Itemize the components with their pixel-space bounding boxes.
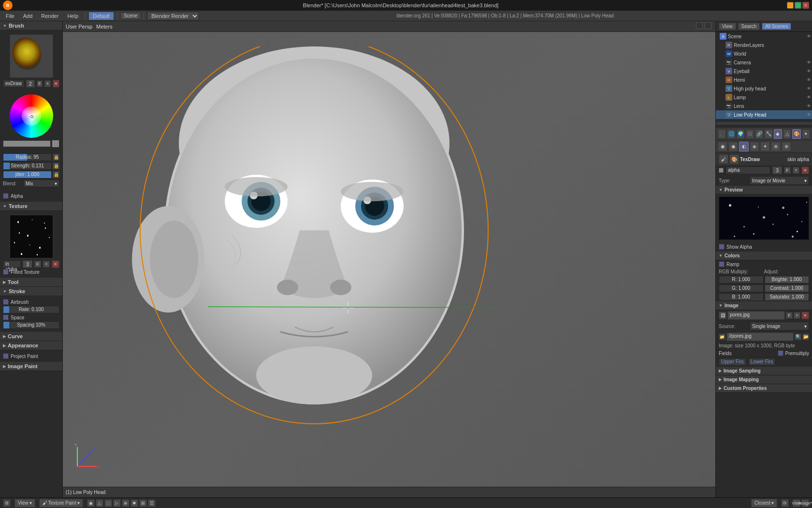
image-f-btn[interactable]: F [786, 312, 793, 319]
image-sampling-header[interactable]: Image Sampling [716, 367, 812, 375]
menu-file[interactable]: File [2, 12, 18, 20]
viewport-corner-btn-right[interactable] [705, 22, 711, 29]
mode-btn-2[interactable]: △ [96, 499, 103, 507]
strength-slider[interactable]: Strength: 0.131 [3, 162, 52, 170]
menu-add[interactable]: Add [19, 12, 37, 20]
workspace-tab[interactable]: Default [88, 12, 114, 20]
source-dropdown[interactable]: Single Image ▾ [750, 322, 809, 330]
view-dropdown[interactable]: View ▾ [14, 499, 35, 508]
image-paint-section-header[interactable]: Image Paint [0, 362, 62, 371]
blend-dropdown[interactable]: Mix ▾ [23, 179, 59, 187]
texdraw-icon2[interactable]: 🎨 [729, 154, 739, 164]
texture-name-field[interactable]: in alpha [3, 260, 21, 268]
space-checkbox[interactable] [3, 314, 9, 320]
sync-btn[interactable]: ⟳ [781, 499, 789, 507]
eye-icon-scene[interactable]: 👁 [807, 34, 811, 39]
colors-section-header[interactable]: Colors [716, 252, 812, 260]
outliner-scrollbar[interactable] [716, 122, 812, 125]
lower-field-tag[interactable]: Lower Firs [748, 358, 776, 366]
alpha-plus-btn[interactable]: + [793, 167, 799, 174]
rate-slider[interactable]: Rate: 0.100 [3, 306, 59, 314]
image-section-header[interactable]: Image [716, 301, 812, 310]
outliner-item-scene[interactable]: S Scene 👁 [716, 32, 812, 41]
mode-btn-7[interactable]: ⊞ [139, 499, 147, 507]
prop-particles-icon[interactable]: ✦ [802, 129, 810, 139]
project-paint-checkbox[interactable] [3, 353, 9, 359]
ramp-checkbox[interactable] [719, 261, 725, 267]
shading-dropdown[interactable]: Closest ▾ [751, 499, 777, 508]
curve-section-header[interactable]: Curve [0, 332, 62, 341]
contrast-field[interactable]: Contrast: 1.000 [765, 284, 810, 292]
preview-section-header[interactable]: Preview [716, 186, 812, 194]
texture-f-btn[interactable]: F [34, 261, 41, 268]
outliner-item-world[interactable]: W World [716, 49, 812, 58]
g-field[interactable]: G: 1.000 [719, 284, 764, 292]
mode-btn-6[interactable]: ✱ [130, 499, 138, 507]
status-settings-btn[interactable]: ⚙ [3, 499, 11, 507]
brush-section-header[interactable]: Brush [0, 21, 62, 30]
mode-dropdown[interactable]: 🖌 Texture Paint ▾ [39, 499, 83, 508]
sub-icon-1[interactable]: ◉ [718, 142, 727, 151]
show-alpha-checkbox[interactable] [719, 244, 725, 250]
outliner-item-hemi[interactable]: H Hemi 👁 [716, 75, 812, 84]
texture-section-header[interactable]: Texture [0, 202, 62, 211]
prop-modifier-icon[interactable]: 🔧 [764, 129, 772, 139]
color-swatch[interactable] [52, 140, 59, 148]
value-slider[interactable] [3, 140, 51, 147]
prop-render-icon[interactable]: 🎥 [718, 129, 726, 139]
file-path-field[interactable]: //pores.jpg [726, 332, 794, 341]
sub-icon-5[interactable]: ✦ [760, 142, 770, 151]
texture-number[interactable]: 3 [23, 260, 32, 268]
eye-icon-highpoly[interactable]: 👁 [807, 86, 811, 91]
strength-lock-btn[interactable]: 🔒 [53, 163, 59, 169]
menu-render[interactable]: Render [37, 12, 62, 20]
render-engine-select[interactable]: Blender Render [147, 12, 199, 20]
mode-btn-3[interactable]: □ [104, 499, 112, 507]
eye-icon-lamp[interactable]: 👁 [807, 95, 811, 100]
image-star-btn[interactable]: Image* [801, 499, 809, 507]
mode-btn-8[interactable]: ☰ [148, 499, 156, 507]
outliner-item-lowpoly[interactable]: ▽ Low Poly Head 👁 [716, 110, 812, 119]
spacing-slider[interactable]: Spacing 10% [3, 321, 59, 329]
radius-slider[interactable]: Radius: 95 [3, 153, 52, 161]
alpha-x-btn[interactable]: ✕ [801, 166, 809, 174]
eye-icon-eyeball[interactable]: 👁 [807, 69, 811, 74]
alpha-f-btn[interactable]: F [784, 167, 791, 174]
viewport-corner-btn-left[interactable] [696, 22, 703, 29]
outliner-search-btn[interactable]: Search [738, 23, 760, 30]
prop-object-icon[interactable]: □ [746, 129, 754, 139]
sub-icon-7[interactable]: ⊗ [782, 142, 791, 151]
type-dropdown[interactable]: Image or Movie ▾ [750, 176, 809, 185]
prop-texture-icon[interactable]: 🎨 [792, 129, 800, 139]
sub-icon-2[interactable]: ◉ [728, 142, 738, 151]
alpha-checkbox[interactable] [3, 193, 9, 199]
tool-section-header[interactable]: Tool [0, 278, 62, 287]
sub-icon-4[interactable]: ◈ [750, 142, 759, 151]
prop-scene-icon[interactable]: 🌐 [727, 129, 735, 139]
mode-btn-4[interactable]: ▷ [113, 499, 121, 507]
jitter-slider[interactable]: jitter: 1.000 [3, 171, 52, 179]
mode-btn-5[interactable]: ⊕ [122, 499, 130, 507]
brush-plus-btn[interactable]: + [44, 80, 51, 87]
outliner-item-camera[interactable]: 📷 Camera 👁 [716, 58, 812, 67]
brush-name-field[interactable]: exDraw [3, 80, 24, 88]
menu-help[interactable]: Help [63, 12, 82, 20]
filepath-folder-btn[interactable]: 📂 [802, 333, 809, 340]
maximize-button[interactable]: □ [795, 2, 801, 9]
filepath-icon[interactable]: 📁 [719, 333, 725, 340]
stroke-section-header[interactable]: Stroke [0, 287, 62, 296]
jitter-lock-btn[interactable]: 🔒 [53, 171, 59, 178]
b-field[interactable]: B: 1.000 [719, 293, 764, 301]
prop-data-icon[interactable]: △ [783, 129, 791, 139]
image-mapping-header[interactable]: Image Mapping [716, 375, 812, 384]
r-field[interactable]: R: 1.000 [719, 276, 764, 284]
airbrush-checkbox[interactable] [3, 299, 9, 305]
prop-world-icon[interactable]: 🌍 [737, 129, 745, 139]
prop-constraint-icon[interactable]: 🔗 [755, 129, 763, 139]
image-x-btn[interactable]: ✕ [801, 312, 809, 319]
outliner-item-lens[interactable]: 📷 Lens 👁 [716, 102, 812, 110]
image-file-field[interactable]: pores.jpg [727, 311, 785, 320]
custom-props-header[interactable]: Custom Properties [716, 384, 812, 393]
saturation-field[interactable]: Saturatio: 1.000 [765, 293, 810, 301]
brush-f-btn[interactable]: F [37, 80, 43, 87]
